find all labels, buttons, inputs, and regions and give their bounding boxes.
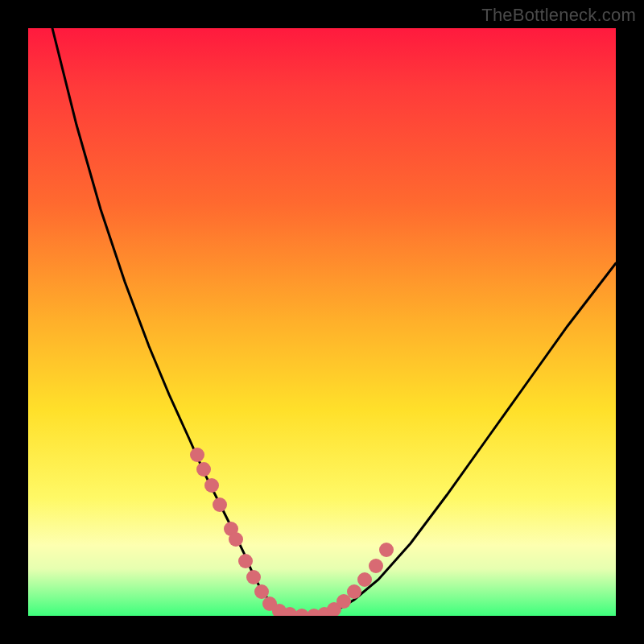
data-point — [246, 570, 261, 584]
data-point — [262, 597, 277, 611]
data-point — [283, 607, 297, 616]
bottleneck-curve — [52, 28, 616, 616]
data-point — [224, 522, 238, 536]
data-point — [272, 604, 287, 616]
data-point — [379, 543, 394, 557]
data-point — [327, 602, 341, 616]
marker-group — [190, 448, 394, 616]
data-point — [229, 532, 243, 547]
plot-area — [28, 28, 616, 616]
data-point — [254, 584, 269, 599]
watermark-label: TheBottleneck.com — [481, 5, 636, 26]
data-point — [369, 559, 383, 573]
data-point — [238, 554, 253, 568]
data-point — [213, 497, 227, 512]
data-point — [196, 462, 211, 477]
outer-frame: TheBottleneck.com — [0, 0, 644, 644]
data-point — [347, 584, 361, 599]
data-point — [190, 448, 204, 462]
data-point — [317, 607, 332, 616]
data-point — [336, 594, 351, 609]
chart-svg — [28, 28, 616, 616]
data-point — [307, 609, 321, 616]
data-point — [295, 609, 309, 616]
data-point — [357, 572, 372, 587]
data-point — [204, 478, 219, 493]
